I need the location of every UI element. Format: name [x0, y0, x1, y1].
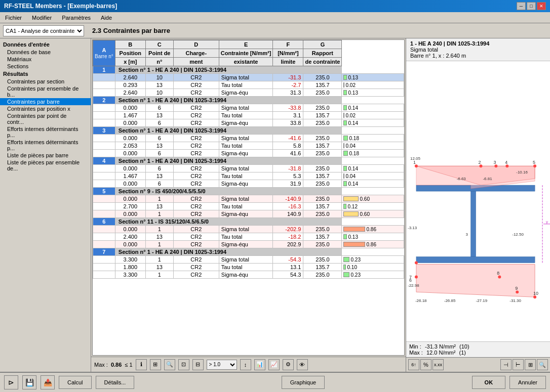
- section-label: Section n° 1 - HE A 240 | DIN 1025-3:199…: [115, 157, 342, 165]
- menu-aide[interactable]: Aide: [98, 14, 115, 22]
- section-label: Section n° 11 - IS 315/120/4.5/6.5/0: [115, 218, 342, 226]
- table-button[interactable]: ⊞: [150, 359, 161, 370]
- nav-donnees-base[interactable]: Données de base: [0, 49, 91, 56]
- cell-pos: 0.000: [115, 210, 145, 218]
- table-row[interactable]: 3.300 1 CR2 Sigma-équ 54.3 235.0 0.23: [93, 271, 404, 279]
- cell-pos: 0.000: [115, 180, 145, 188]
- nav-contraintes-position[interactable]: Contraintes par position x: [0, 105, 91, 112]
- rp-btn-5[interactable]: ⊢: [513, 359, 524, 370]
- cell-barre: [93, 256, 115, 264]
- menu-fichier[interactable]: Fichier: [2, 14, 25, 22]
- table-row[interactable]: 0.293 13 CR2 Tau total -2.7 135.7 0.02: [93, 81, 404, 89]
- rp-btn-1[interactable]: 6↑: [408, 359, 419, 370]
- table-row[interactable]: 0.000 1 CR2 Sigma total -202.9 235.0 0.8…: [93, 226, 404, 233]
- table-row[interactable]: 0.000 6 CR2 Sigma total -33.8 235.0 0.14: [93, 104, 404, 112]
- settings-button[interactable]: ⚙: [283, 359, 294, 370]
- nav-materiaux[interactable]: Matériaux: [0, 56, 91, 63]
- menu-modifier[interactable]: Modifier: [29, 14, 55, 22]
- table-row[interactable]: 2.400 13 CR2 Tau total -18.2 135.7 0.13: [93, 233, 404, 241]
- nav-liste-barre[interactable]: Liste de pièces par barre: [0, 152, 91, 159]
- table-row[interactable]: 1.467 13 CR2 Tau total 5.3 135.7 0.04: [93, 172, 404, 180]
- cell-point: 13: [145, 264, 173, 271]
- nav-contraintes-ensemble[interactable]: Contraintes par ensemble de b...: [0, 85, 91, 98]
- cell-type: Sigma total: [219, 104, 273, 112]
- nav-sections[interactable]: Sections: [0, 63, 91, 70]
- table-row[interactable]: 0.000 6 CR2 Sigma total -41.6 235.0 0.18: [93, 135, 404, 142]
- rp-btn-6[interactable]: ⊞: [525, 359, 536, 370]
- table-row[interactable]: 0.000 1 CR2 Sigma total -140.9 235.0 0.6…: [93, 195, 404, 203]
- annuler-button[interactable]: Annuler: [509, 376, 546, 389]
- analysis-dropdown[interactable]: CA1 - Analyse de contrainte: [3, 25, 84, 36]
- cell-limite: 235.0: [303, 119, 342, 127]
- table-row[interactable]: 2.640 10 CR2 Sigma-équ 31.3 235.0 0.13: [93, 89, 404, 97]
- table-row[interactable]: 0.000 1 CR2 Sigma-équ 140.9 235.0 0.60: [93, 210, 404, 218]
- rp-btn-4[interactable]: ⊣: [500, 359, 512, 370]
- nav-contraintes-section[interactable]: Contraintes par section: [0, 78, 91, 85]
- table-row[interactable]: 1.800 13 CR2 Tau total 13.1 135.7 0.10: [93, 264, 404, 271]
- cell-type: Sigma-équ: [219, 150, 273, 157]
- cell-contrainte: 54.3: [273, 271, 303, 279]
- filter2-button[interactable]: ⊟: [192, 359, 204, 370]
- table-row[interactable]: 0.000 1 CR2 Sigma-équ 202.9 235.0 0.86: [93, 241, 404, 248]
- col-header-c: C: [145, 40, 173, 49]
- nav-efforts-2[interactable]: Efforts internes déterminants p...: [0, 139, 91, 152]
- minimize-button[interactable]: ─: [517, 2, 526, 10]
- nav-contraintes-barre[interactable]: Contraintes par barre: [0, 98, 91, 105]
- footer-icon-1[interactable]: ⊳: [4, 375, 18, 389]
- details-button[interactable]: Détails...: [96, 376, 135, 389]
- cell-barre: [93, 104, 115, 112]
- filter-button[interactable]: ⊡: [178, 359, 189, 370]
- menu-parametres[interactable]: Paramètres: [59, 14, 94, 22]
- footer-icon-2[interactable]: 💾: [22, 375, 36, 389]
- stress-val-663: -6.63: [457, 177, 466, 181]
- rp-btn-2[interactable]: %: [420, 359, 431, 370]
- cell-rapport: 0.23: [342, 256, 404, 264]
- cell-limite: 135.7: [303, 233, 342, 241]
- nav-liste-ensemble[interactable]: Liste de pièces par ensemble de...: [0, 159, 91, 172]
- cell-charge: CR2: [173, 150, 219, 157]
- cell-limite: 235.0: [303, 256, 342, 264]
- table-row[interactable]: 2.700 13 CR2 Tau total -16.3 135.7 0.12: [93, 203, 404, 210]
- table-row[interactable]: 1.467 13 CR2 Tau total 3.1 135.7 0.02: [93, 112, 404, 119]
- zoom-button[interactable]: 🔍: [164, 359, 175, 370]
- info-button[interactable]: ℹ: [136, 359, 147, 370]
- export-button[interactable]: 📊: [254, 359, 265, 370]
- ok-button[interactable]: OK: [472, 376, 506, 389]
- cell-contrainte: 13.1: [273, 264, 303, 271]
- table-row[interactable]: 0.000 6 CR2 Sigma-équ 31.9 235.0 0.14: [93, 180, 404, 188]
- close-button[interactable]: ✕: [537, 2, 546, 10]
- eye-button[interactable]: 👁: [297, 359, 308, 370]
- cell-limite: 235.0: [303, 89, 342, 97]
- calcul-button[interactable]: Calcul: [59, 376, 92, 389]
- col-header-e: E: [219, 40, 273, 49]
- barre-num: 6: [93, 218, 115, 226]
- nav-efforts-1[interactable]: Efforts internes déterminants p...: [0, 125, 91, 139]
- rp-btn-7[interactable]: 🔍: [537, 359, 548, 370]
- chart-button[interactable]: 📈: [268, 359, 280, 370]
- table-row[interactable]: 2.053 13 CR2 Tau total 5.8 135.7 0.04: [93, 142, 404, 150]
- table-row[interactable]: 0.000 6 CR2 Sigma-équ 41.6 235.0 0.18: [93, 150, 404, 157]
- cell-barre: [93, 203, 115, 210]
- col-header-f: F: [273, 40, 303, 49]
- graphique-button[interactable]: Graphique: [282, 376, 325, 389]
- max-label2: Max :: [409, 350, 423, 356]
- footer-icon-3[interactable]: 📤: [41, 375, 55, 389]
- table-row[interactable]: 0.000 6 CR2 Sigma total -31.8 235.0 0.14: [93, 165, 404, 172]
- rp-btn-3[interactable]: x.xx: [433, 359, 444, 370]
- col-header-g: G: [303, 40, 342, 49]
- col-subheader-c2: n°: [145, 58, 173, 66]
- cell-rapport: 0.14: [342, 180, 404, 188]
- col-subheader-d1: Charge-: [173, 49, 219, 58]
- cell-type: Tau total: [219, 172, 273, 180]
- cell-type: Tau total: [219, 233, 273, 241]
- table-row[interactable]: 2.640 10 CR2 Sigma total -31.3 235.0 0.1…: [93, 74, 404, 81]
- sort-button[interactable]: ↕: [240, 359, 251, 370]
- cell-charge: CR2: [173, 271, 219, 279]
- cell-rapport: 0.12: [342, 203, 404, 210]
- table-row[interactable]: 0.000 6 CR2 Sigma-équ 33.8 235.0 0.14: [93, 119, 404, 127]
- filter-dropdown[interactable]: > 1.0: [207, 360, 237, 370]
- cell-pos: 0.000: [115, 119, 145, 127]
- table-row[interactable]: 3.300 1 CR2 Sigma total -54.3 235.0 0.23: [93, 256, 404, 264]
- nav-contraintes-point[interactable]: Contraintes par point de contr...: [0, 112, 91, 125]
- maximize-button[interactable]: □: [527, 2, 536, 10]
